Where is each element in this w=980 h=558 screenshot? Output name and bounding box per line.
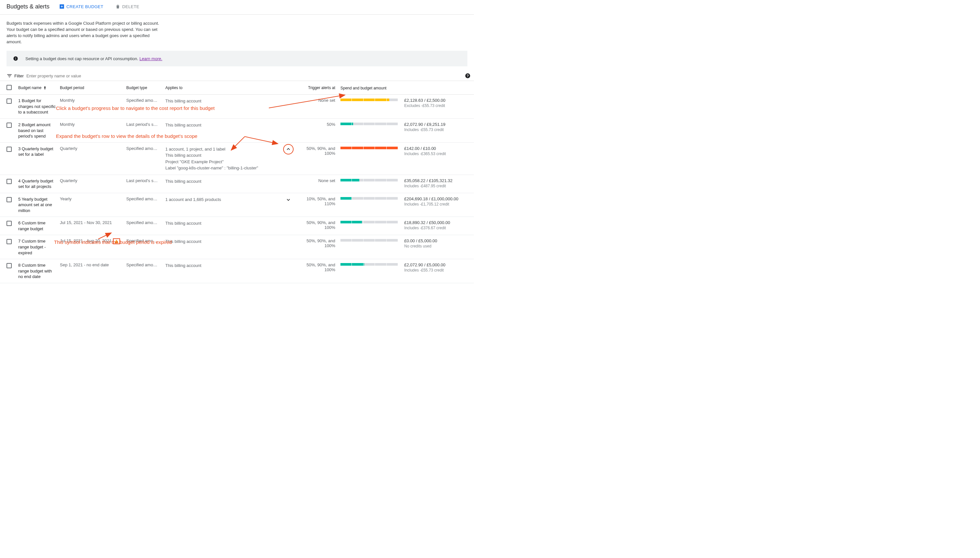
budget-period: Quarterly — [60, 178, 126, 183]
row-checkbox[interactable] — [7, 197, 12, 202]
applies-to: This billing account — [165, 238, 295, 245]
spend-progress-bar[interactable] — [341, 123, 398, 125]
applies-to: 1 account and 1,685 products — [165, 196, 295, 203]
spend-credit-note: Includes -£1,705.12 credit — [404, 202, 463, 207]
applies-line: Project "GKE Example Project" — [165, 159, 295, 165]
trigger-alerts: 50%, 90%, and 100% — [295, 146, 341, 156]
table-row[interactable]: 7 Custom time range budget - expiredJul … — [0, 235, 474, 259]
table-row[interactable]: 3 Quarterly budget set for a labelQuarte… — [0, 143, 474, 175]
collapse-button[interactable] — [285, 145, 292, 153]
budget-name: 3 Quarterly budget set for a label — [18, 146, 60, 158]
applies-line: 1 account, 1 project, and 1 label — [165, 146, 295, 153]
col-header-applies[interactable]: Applies to — [165, 85, 295, 90]
select-all-checkbox[interactable] — [7, 85, 12, 90]
table-header: Budget name Budget period Budget type Ap… — [0, 80, 474, 95]
trash-icon — [115, 4, 120, 9]
col-header-period[interactable]: Budget period — [60, 85, 126, 90]
row-checkbox[interactable] — [7, 98, 12, 104]
svg-rect-3 — [15, 57, 16, 57]
create-budget-label: CREATE BUDGET — [66, 4, 103, 9]
col-header-name[interactable]: Budget name — [18, 85, 60, 90]
spend-credit-note: Includes -£55.73 credit — [404, 128, 463, 132]
applies-line: This billing account — [165, 122, 295, 128]
help-icon[interactable]: ? — [465, 73, 471, 79]
filter-label: Filter — [7, 73, 24, 79]
table-row[interactable]: 5 Yearly budget amount set at one millio… — [0, 193, 474, 217]
svg-rect-2 — [15, 58, 16, 60]
spend-credit-note: Includes -£487.95 credit — [404, 184, 463, 188]
col-header-type[interactable]: Budget type — [126, 85, 165, 90]
trigger-alerts: 50%, 90%, and 100% — [295, 220, 341, 230]
row-checkbox[interactable] — [7, 221, 12, 226]
row-checkbox[interactable] — [7, 179, 12, 184]
trigger-alerts: 50% — [295, 122, 341, 127]
spend-amount: £0.00 / £5,000.00 — [404, 238, 463, 243]
filter-input[interactable] — [26, 74, 468, 78]
budget-name: 8 Custom time range budget with no end d… — [18, 263, 60, 280]
spend-progress-bar[interactable] — [341, 239, 398, 241]
budget-period: Jul 15, 2021 - Aug 20, 2021 — [60, 238, 126, 244]
delete-label: DELETE — [122, 4, 139, 9]
table-row[interactable]: 8 Custom time range budget with no end d… — [0, 259, 474, 283]
spend-amount: £204,690.18 / £1,000,000.00 — [404, 196, 463, 201]
spend-progress-bar[interactable] — [341, 179, 398, 181]
applies-to: This billing account — [165, 263, 295, 269]
spend-progress-bar[interactable] — [341, 147, 398, 149]
col-header-trigger[interactable]: Trigger alerts at — [295, 85, 341, 90]
page-header: Budgets & alerts CREATE BUDGET DELETE — [0, 0, 474, 15]
applies-line: This billing account — [165, 263, 295, 269]
expand-button[interactable] — [285, 196, 292, 204]
spend-credit-note: Excludes -£55.73 credit — [404, 103, 463, 108]
budget-type: Specified amo… — [126, 220, 165, 225]
budget-name: 2 Budget amount based on last period's s… — [18, 122, 60, 139]
spend-progress-bar[interactable] — [341, 98, 398, 101]
delete-button[interactable]: DELETE — [113, 3, 141, 10]
spend-progress-bar[interactable] — [341, 197, 398, 200]
page-title: Budgets & alerts — [7, 3, 49, 10]
budget-type: Specified amo… — [126, 98, 165, 103]
spend-credit-note: Includes -£365.53 credit — [404, 151, 463, 156]
budget-period: Yearly — [60, 196, 126, 201]
applies-to: This billing account — [165, 122, 295, 128]
trigger-alerts: 50%, 90%, and 100% — [295, 238, 341, 248]
banner-text: Setting a budget does not cap resource o… — [25, 56, 162, 61]
applies-to: 1 account, 1 project, and 1 labelThis bi… — [165, 146, 295, 171]
spend-progress-bar[interactable] — [341, 221, 398, 223]
applies-line: This billing account — [165, 98, 295, 104]
budget-type: Specified amo… — [126, 238, 165, 243]
applies-line: Label "goog-k8s-cluster-name" : "billing… — [165, 165, 295, 171]
spend-progress-bar[interactable] — [341, 263, 398, 266]
spend-amount: £2,128.63 / £2,500.00 — [404, 98, 463, 103]
trigger-alerts: None set — [295, 178, 341, 183]
svg-text:?: ? — [467, 74, 469, 78]
applies-to: This billing account — [165, 220, 295, 226]
create-budget-button[interactable]: CREATE BUDGET — [57, 3, 105, 10]
spend-amount: £2,072.90 / £9,251.19 — [404, 122, 463, 127]
spend-amount: £35,058.22 / £105,321.32 — [404, 178, 463, 183]
spend-credit-note: No credits used — [404, 244, 463, 248]
applies-to: This billing account — [165, 178, 295, 185]
table-row[interactable]: 1 Budget for charges not specific to a s… — [0, 95, 474, 119]
table-row[interactable]: 4 Quarterly budget set for all projectsQ… — [0, 175, 474, 193]
budget-name: 1 Budget for charges not specific to a s… — [18, 98, 60, 115]
row-checkbox[interactable] — [7, 147, 12, 152]
applies-line: This billing account — [165, 220, 295, 226]
budget-type: Last period's s… — [126, 122, 165, 127]
col-header-spend[interactable]: Spend and budget amount — [341, 85, 404, 90]
spend-credit-note: Includes -£376.67 credit — [404, 226, 463, 230]
learn-more-link[interactable]: Learn more. — [140, 56, 162, 61]
budget-type: Specified amo… — [126, 196, 165, 201]
trigger-alerts: 50%, 90%, and 100% — [295, 263, 341, 272]
row-checkbox[interactable] — [7, 123, 12, 128]
budget-period: Monthly — [60, 98, 126, 103]
svg-rect-7 — [116, 242, 117, 243]
applies-line: 1 account and 1,685 products — [165, 196, 295, 203]
svg-rect-6 — [116, 241, 117, 242]
budget-period: Quarterly — [60, 146, 126, 151]
table-row[interactable]: 6 Custom time range budgetJul 15, 2021 -… — [0, 217, 474, 235]
row-checkbox[interactable] — [7, 239, 12, 244]
applies-to: This billing account — [165, 98, 295, 104]
row-checkbox[interactable] — [7, 263, 12, 268]
trigger-alerts: None set — [295, 98, 341, 103]
table-row[interactable]: 2 Budget amount based on last period's s… — [0, 119, 474, 143]
